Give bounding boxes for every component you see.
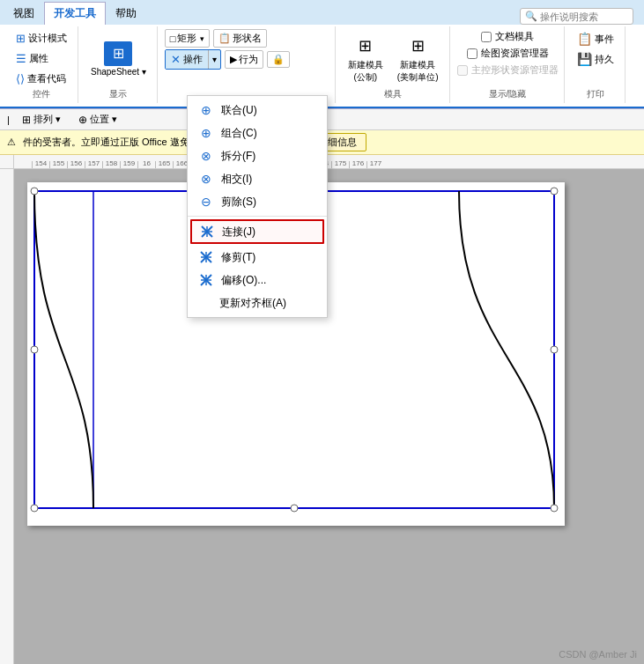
design-mode-button[interactable]: ⊞ 设计模式 [11, 29, 72, 48]
operations-arrow[interactable]: ▾ [209, 52, 220, 67]
search-input[interactable] [540, 11, 628, 22]
operations-button[interactable]: ✕ 操作 ▾ [165, 49, 221, 70]
operations-dropdown: ⊕ 联合(U) ⊕ 组合(C) ⊗ 拆分(F) ⊗ 相交(I) ⊖ 剪除(S) … [187, 95, 328, 318]
doc-template-label: 文档模具 [495, 30, 534, 43]
join-item[interactable]: 连接(J) [190, 219, 324, 244]
protect-button[interactable]: 🔒 [267, 51, 290, 68]
union-item[interactable]: ⊕ 联合(U) [188, 99, 327, 122]
group-controls-label: 控件 [11, 88, 72, 100]
svg-point-3 [551, 188, 558, 195]
tab-devtools[interactable]: 开发工具 [44, 2, 106, 25]
ruler-mark: 158 [102, 161, 120, 168]
new-mold-metric-label: 新建模具 (公制) [348, 59, 383, 84]
shapesheet-label: ShapeSheet ▾ [91, 67, 146, 77]
view-code-label: 查看代码 [27, 72, 66, 85]
sort-button[interactable]: ⊞ 排列 ▾ [17, 110, 66, 129]
position-icon: ⊕ [78, 114, 87, 126]
tab-help[interactable]: 帮助 [106, 2, 146, 25]
persist-label: 持久 [595, 53, 614, 66]
fragment-icon: ⊗ [198, 148, 214, 164]
union-icon: ⊕ [198, 102, 214, 118]
operations-icon: ✕ [171, 53, 181, 66]
notification-icon: ⚠ [7, 136, 16, 148]
canvas-scroll[interactable]: CSDN @Amber Ji [14, 169, 644, 664]
persist-button[interactable]: 💾 持久 [572, 49, 619, 69]
update-item[interactable]: 更新对齐框(A) [188, 291, 327, 314]
ruler-mark: 176 [349, 161, 366, 168]
new-mold-metric-button[interactable]: ⊞ 新建模具 (公制) [343, 30, 389, 87]
combine-label: 组合(C) [221, 126, 257, 141]
intersect-label: 相交(I) [221, 172, 252, 187]
design-mode-label: 设计模式 [28, 32, 67, 45]
dropdown-separator [188, 216, 327, 217]
ruler-mark: 154 [32, 161, 49, 168]
new-mold-us-button[interactable]: ⊞ 新建模具 (美制单位) [392, 30, 444, 87]
svg-point-9 [551, 346, 558, 353]
position-button[interactable]: ⊕ 位置 ▾ [73, 110, 122, 129]
offset-item[interactable]: 偏移(O)... [188, 269, 327, 291]
ruler-mark: 16 [137, 161, 155, 168]
properties-label: 属性 [29, 52, 48, 65]
group-display-label: 显示 [85, 88, 152, 100]
shape-label: 矩形 [177, 32, 196, 45]
actions-icon: ▶ [230, 54, 237, 65]
shape-name-icon: 📋 [218, 33, 231, 44]
watermark: CSDN @Amber Ji [559, 649, 637, 660]
subtract-item[interactable]: ⊖ 剪除(S) [188, 190, 327, 213]
union-label: 联合(U) [221, 103, 257, 118]
events-button[interactable]: 📋 事件 [572, 29, 619, 48]
intersect-icon: ⊗ [198, 171, 214, 187]
group-mold-label: 模具 [343, 88, 444, 100]
tab-view[interactable]: 视图 [4, 2, 44, 25]
shape-selector-button[interactable]: □ 矩形 ▾ [165, 29, 211, 48]
master-shapes-label: 主控形状资源管理器 [471, 63, 559, 77]
svg-point-4 [31, 505, 38, 512]
subtract-label: 剪除(S) [221, 195, 256, 210]
intersect-item[interactable]: ⊗ 相交(I) [188, 167, 327, 190]
combine-item[interactable]: ⊕ 组合(C) [188, 122, 327, 144]
actions-button[interactable]: ▶ 行为 [225, 50, 263, 69]
trim-item[interactable]: 修剪(T) [188, 246, 327, 269]
view-code-button[interactable]: ⟨⟩ 查看代码 [11, 70, 72, 88]
search-box: 🔍 [520, 8, 633, 25]
group-print: 📋 事件 💾 持久 打印 [566, 26, 625, 103]
svg-point-5 [551, 505, 558, 512]
group-mold: ⊞ 新建模具 (公制) ⊞ 新建模具 (美制单位) 模具 [337, 26, 450, 103]
master-shapes-checkbox[interactable]: 主控形状资源管理器 [457, 63, 559, 77]
ruler-mark: 155 [49, 161, 67, 168]
view-code-icon: ⟨⟩ [16, 72, 25, 85]
drawing-resources-check[interactable] [467, 48, 477, 59]
ruler-mark: 165 [155, 161, 173, 168]
svg-point-8 [31, 346, 38, 353]
search-icon: 🔍 [525, 11, 537, 22]
ruler-mark: 157 [85, 161, 102, 168]
sort-label: 排列 ▾ [33, 113, 61, 126]
design-mode-icon: ⊞ [16, 32, 26, 45]
group-display-content: ⊞ ShapeSheet ▾ [85, 29, 152, 88]
update-label: 更新对齐框(A) [219, 296, 286, 311]
toolbar-separator1: | [7, 114, 10, 125]
drawing-resources-checkbox[interactable]: 绘图资源管理器 [467, 46, 549, 61]
offset-label: 偏移(O)... [221, 273, 266, 288]
fragment-item[interactable]: ⊗ 拆分(F) [188, 144, 327, 167]
doc-template-checkbox[interactable]: 文档模具 [481, 29, 534, 44]
new-mold-us-label: 新建模具 (美制单位) [397, 59, 439, 84]
position-label: 位置 ▾ [90, 113, 117, 126]
operations-main[interactable]: ✕ 操作 [166, 50, 209, 69]
group-controls-content: ⊞ 设计模式 ☰ 属性 ⟨⟩ 查看代码 [11, 29, 72, 88]
ruler-mark: 177 [366, 161, 384, 168]
doc-template-check[interactable] [481, 32, 492, 42]
shape-name-button[interactable]: 📋 形状名 [213, 29, 267, 48]
shapesheet-icon: ⊞ [104, 41, 132, 66]
persist-icon: 💾 [577, 52, 592, 66]
properties-button[interactable]: ☰ 属性 [11, 49, 72, 68]
new-mold-us-icon: ⊞ [403, 33, 432, 58]
trim-label: 修剪(T) [221, 250, 255, 265]
group-show-hide: 文档模具 绘图资源管理器 主控形状资源管理器 显示/隐藏 [452, 26, 565, 103]
group-shape-ops-content: □ 矩形 ▾ 📋 形状名 ✕ [165, 29, 329, 100]
shapesheet-button[interactable]: ⊞ ShapeSheet ▾ [85, 38, 152, 80]
shape-rect-icon: □ [170, 33, 176, 44]
fragment-label: 拆分(F) [221, 149, 255, 164]
protect-icon: 🔒 [272, 54, 285, 65]
group-shape-ops: □ 矩形 ▾ 📋 形状名 ✕ [159, 26, 336, 103]
